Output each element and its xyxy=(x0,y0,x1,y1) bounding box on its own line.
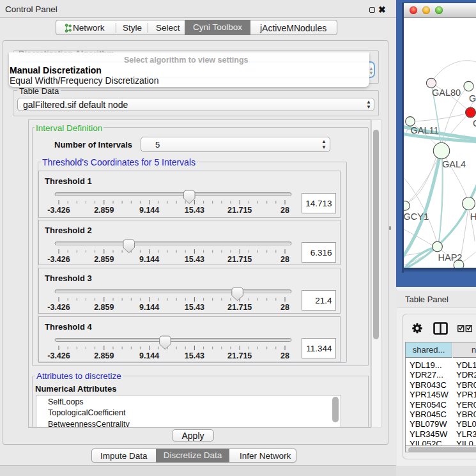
svg-text:G: G xyxy=(469,93,476,104)
svg-text:-3.426: -3.426 xyxy=(47,303,70,312)
svg-text:9.144: 9.144 xyxy=(139,206,159,215)
svg-text:21.715: 21.715 xyxy=(227,255,252,264)
svg-text:21.715: 21.715 xyxy=(227,206,252,215)
svg-text:28: 28 xyxy=(280,303,289,312)
svg-text:15.43: 15.43 xyxy=(185,206,204,215)
svg-text:9.144: 9.144 xyxy=(139,351,159,360)
svg-text:2.859: 2.859 xyxy=(94,303,114,312)
svg-text:GAL4: GAL4 xyxy=(442,159,466,169)
svg-text:-3.426: -3.426 xyxy=(47,206,70,215)
svg-text:28: 28 xyxy=(280,351,289,360)
svg-text:-3.426: -3.426 xyxy=(47,255,70,264)
svg-text:2.859: 2.859 xyxy=(94,255,114,264)
svg-text:2.859: 2.859 xyxy=(94,206,114,215)
svg-text:H: H xyxy=(470,211,476,222)
svg-text:21.715: 21.715 xyxy=(227,351,252,360)
svg-text:9.144: 9.144 xyxy=(139,303,159,312)
svg-text:2.859: 2.859 xyxy=(94,351,114,360)
svg-text:28: 28 xyxy=(280,255,289,264)
svg-text:C: C xyxy=(473,118,476,128)
svg-text:15.43: 15.43 xyxy=(185,303,204,312)
svg-text:GAL80: GAL80 xyxy=(432,88,461,98)
svg-text:28: 28 xyxy=(280,206,289,215)
svg-text:GCY1: GCY1 xyxy=(404,211,429,222)
svg-text:GAL11: GAL11 xyxy=(411,125,439,135)
svg-text:21.715: 21.715 xyxy=(227,303,252,312)
svg-text:HAP2: HAP2 xyxy=(438,252,463,263)
svg-text:15.43: 15.43 xyxy=(185,255,204,264)
svg-text:-3.426: -3.426 xyxy=(47,351,70,360)
svg-text:9.144: 9.144 xyxy=(139,255,159,264)
svg-text:15.43: 15.43 xyxy=(185,351,204,360)
